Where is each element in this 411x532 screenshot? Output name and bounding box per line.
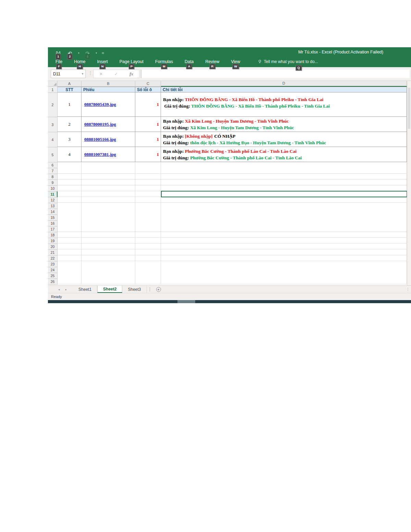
cell-A3[interactable]: 2	[58, 117, 82, 132]
cell-A24[interactable]	[58, 267, 82, 273]
cell-D20[interactable]	[161, 244, 407, 249]
cell-B4[interactable]: 08881005166.jpg	[82, 132, 135, 147]
file-hyperlink[interactable]: 08881007381.jpg	[84, 152, 116, 157]
cell-B2[interactable]: 08878005439.jpg	[82, 92, 135, 117]
cell-C14[interactable]	[135, 209, 161, 214]
cell-B26[interactable]	[82, 279, 135, 284]
cell-A8[interactable]	[58, 174, 82, 180]
cell-B20[interactable]	[82, 244, 135, 249]
cell-B16[interactable]	[82, 220, 135, 226]
cell-B19[interactable]	[82, 238, 135, 244]
customize-qat-icon[interactable]: =	[102, 51, 104, 55]
name-box[interactable]: D11 ▾	[51, 70, 86, 78]
cell-C10[interactable]	[135, 185, 161, 191]
sheet-tab-sheet3[interactable]: Sheet3	[122, 286, 147, 293]
cell-D18[interactable]	[161, 232, 407, 238]
cell-B8[interactable]	[82, 174, 135, 180]
cell-B25[interactable]	[82, 273, 135, 279]
cell-D5[interactable]: Bạn nhập: Phường Bắc Cường - Thành phố L…	[161, 147, 407, 162]
cell-C13[interactable]	[135, 203, 161, 209]
cell-C3[interactable]: 1	[135, 117, 161, 132]
cell-B12[interactable]	[82, 197, 135, 203]
cell-C15[interactable]	[135, 214, 161, 220]
row-header-25[interactable]: 25	[48, 273, 58, 279]
cell-A26[interactable]	[58, 279, 82, 284]
file-hyperlink[interactable]: 08878005439.jpg	[84, 102, 116, 107]
cell-D1[interactable]: Chi tiết lỗi	[161, 87, 407, 92]
cell-D2[interactable]: Bạn nhập: THÔN ĐÔNG BẰNG - Xã Biển Hồ - …	[161, 92, 407, 117]
cell-A18[interactable]	[58, 232, 82, 238]
row-header-4[interactable]: 4	[48, 132, 58, 147]
column-header-d[interactable]: D	[161, 81, 407, 87]
row-header-17[interactable]: 17	[48, 226, 58, 232]
sheet-tab-sheet1[interactable]: Sheet1	[73, 286, 97, 293]
cell-D22[interactable]	[161, 255, 407, 261]
row-header-21[interactable]: 21	[48, 250, 58, 256]
row-header-9[interactable]: 9	[48, 180, 58, 186]
file-hyperlink[interactable]: 08881005166.jpg	[84, 137, 116, 142]
cell-D10[interactable]	[161, 185, 407, 191]
file-hyperlink[interactable]: 08878000195.jpg	[84, 122, 116, 127]
cell-D8[interactable]	[161, 174, 407, 180]
cell-A9[interactable]	[58, 180, 82, 185]
cell-C22[interactable]	[135, 255, 161, 261]
cell-A5[interactable]: 4	[58, 147, 82, 162]
row-header-16[interactable]: 16	[48, 221, 58, 226]
vertical-scrollbar[interactable]	[407, 81, 411, 285]
cell-B22[interactable]	[82, 255, 135, 261]
cell-C19[interactable]	[135, 238, 161, 244]
redo-dropdown-caret[interactable]: ▾	[96, 52, 97, 54]
prev-sheet-icon[interactable]: ◂	[58, 288, 60, 291]
cell-C7[interactable]	[135, 168, 161, 174]
cell-C9[interactable]	[135, 180, 161, 185]
cell-C5[interactable]: 1	[135, 147, 161, 162]
cell-A15[interactable]	[58, 214, 82, 220]
cell-C4[interactable]: 1	[135, 132, 161, 147]
formula-input[interactable]	[141, 70, 410, 78]
cell-A14[interactable]	[58, 209, 82, 214]
next-sheet-icon[interactable]: ▸	[65, 288, 67, 291]
cell-D21[interactable]	[161, 249, 407, 255]
cell-C26[interactable]	[135, 279, 161, 284]
cell-A16[interactable]	[58, 220, 82, 226]
cell-B1[interactable]: Phiếu	[82, 87, 135, 92]
cell-C20[interactable]	[135, 244, 161, 249]
save-button[interactable]: 1	[55, 50, 62, 57]
redo-button[interactable]: ↷ 3	[84, 50, 91, 57]
cell-B24[interactable]	[82, 267, 135, 273]
ribbon-tab-home[interactable]: Home H	[74, 58, 85, 67]
cell-B15[interactable]	[82, 214, 135, 220]
cell-B7[interactable]	[82, 168, 135, 174]
row-header-1[interactable]: 1	[48, 87, 58, 93]
tabbar-overflow-icon[interactable]: ⋮	[406, 286, 410, 293]
row-header-24[interactable]: 24	[48, 267, 58, 273]
ribbon-tab-page-layout[interactable]: Page Layout P	[120, 58, 144, 67]
row-header-7[interactable]: 7	[48, 168, 58, 174]
row-header-11[interactable]: 11	[48, 191, 58, 197]
cell-A10[interactable]	[58, 185, 82, 191]
column-header-c[interactable]: C	[135, 81, 161, 87]
cell-D16[interactable]	[161, 220, 407, 226]
cell-B18[interactable]	[82, 232, 135, 238]
cell-B11[interactable]	[82, 191, 135, 197]
cell-A4[interactable]: 3	[58, 132, 82, 147]
cell-C6[interactable]	[135, 162, 161, 168]
cell-B14[interactable]	[82, 209, 135, 214]
cell-D14[interactable]	[161, 209, 407, 214]
selected-cell-d11[interactable]	[161, 191, 407, 197]
name-box-caret-icon[interactable]: ▾	[82, 72, 83, 75]
select-all-corner[interactable]	[48, 81, 58, 87]
cell-D17[interactable]	[161, 226, 407, 232]
cell-B5[interactable]: 08881007381.jpg	[82, 147, 135, 162]
row-header-2[interactable]: 2	[48, 93, 58, 117]
undo-button[interactable]: ↶ 2	[66, 50, 73, 57]
cell-A19[interactable]	[58, 238, 82, 244]
row-header-3[interactable]: 3	[48, 117, 58, 132]
tell-me-box[interactable]: Tell me what you want to do... Q	[258, 59, 318, 65]
row-header-10[interactable]: 10	[48, 186, 58, 191]
cell-A7[interactable]	[58, 168, 82, 174]
cell-C2[interactable]: 1	[135, 92, 161, 117]
cell-B13[interactable]	[82, 203, 135, 209]
cell-D19[interactable]	[161, 238, 407, 244]
cell-B17[interactable]	[82, 226, 135, 232]
